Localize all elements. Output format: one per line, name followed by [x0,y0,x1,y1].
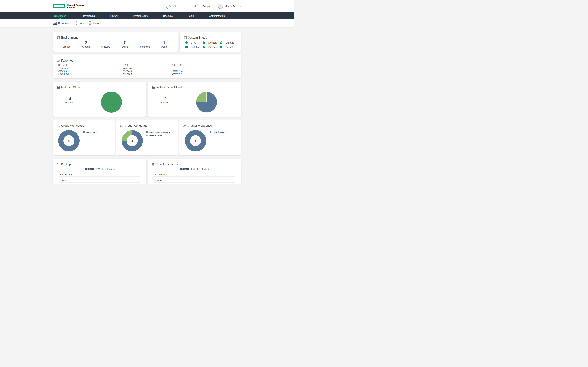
status-label: Memory [208,41,217,44]
group-workloads-donut-chart [58,130,79,151]
dashboard-content: Environment 2Groups2Clouds2Clusters0Apps… [0,27,294,184]
range-1-month[interactable]: 1 Month [200,168,212,170]
env-stat-label: Users [154,45,174,48]
status-item-memory: Memory [203,41,220,44]
status-label: Storage [226,41,234,44]
group-workloads-card-title: Group Workloads [57,124,111,127]
legend-label: HPE Demo [86,131,98,134]
favorites-row: alpinevm01HPE VM [58,67,236,70]
nav-item-tools[interactable]: Tools [188,12,194,19]
cloud-icon [120,125,123,127]
check-circle-icon [185,42,188,44]
subnav-item-activity[interactable]: Activity [89,21,101,25]
metric-row-failed: Failed0 [154,179,235,183]
nav-item-library[interactable]: Library [110,12,118,19]
range-1-day[interactable]: 1 Day [181,168,189,170]
instance-status-card-title: Instance Status [57,85,142,89]
dashboard-icon [53,21,57,25]
subnav-item-label: Dashboard [58,22,70,25]
nav-item-infrastructure[interactable]: Infrastructure [133,12,148,19]
subnav-item-label: Wiki [79,22,84,25]
env-stat-value: 0 [115,40,135,45]
hpe-logo-icon [53,4,65,8]
list-icon [57,86,60,89]
gear-check-icon [152,163,155,166]
env-stat-clusters: 2Clusters [96,40,115,48]
status-label: Database [191,46,201,48]
env-stat-users: 1Users [154,40,174,48]
legend-item: HPE Demo [146,134,170,137]
cluster-workloads-legend: hpecluster02 [210,131,227,134]
range-1-month[interactable]: 1 Month [105,168,117,170]
favorites-col-instance: INSTANCE [58,63,123,67]
favorite-instance-link[interactable]: vmdemo05 [58,72,69,75]
list-icon [184,36,187,39]
favorites-row: vmdemo05VMware10.0.0.67 [58,72,236,75]
search-icon[interactable] [193,5,197,8]
environment-card: Environment 2Groups2Clouds2Clusters0Apps… [53,32,178,52]
backups-card-title: Backups [57,163,142,166]
favorite-instance-link[interactable]: vmdemo01 [58,70,69,72]
favorites-row: vmdemo01VMware10.0.0.160 [58,70,236,72]
topbar: Hewlett Packard Enterprise Support [0,0,294,12]
metric-label: Successful [60,173,72,176]
nav-item-operations[interactable]: Operations [54,12,66,19]
metric-label: Failed [60,179,67,182]
metric-label: Successful [155,173,167,176]
status-item-database: Database [185,46,203,48]
nav-item-provisioning[interactable]: Provisioning [82,12,95,19]
metric-row-successful: Successful0 [59,173,140,177]
favorite-instance-link[interactable]: alpinevm01 [58,67,70,70]
env-stat-label: Clouds [76,45,96,48]
favorites-col-address: ADDRESS [172,63,236,67]
task-executions-card-title: Task Executions [152,163,237,166]
support-menu[interactable]: Support [203,5,214,8]
star-icon [57,59,60,62]
cluster-workloads-card: Cluster Workloads 1 hpecluster02 [180,120,241,155]
env-stat-label: Apps [115,45,135,48]
check-circle-icon [203,46,205,48]
instances-by-cloud-pie-chart [196,92,217,113]
environment-card-title: Environment [57,36,174,39]
favorite-type: HPE VM [123,67,172,70]
nav-item-administration[interactable]: Administration [209,12,225,19]
env-stat-value: 2 [57,40,76,45]
subnav-item-dashboard[interactable]: Dashboard [53,21,70,25]
brand-name-line1: Hewlett Packard [67,4,85,6]
legend-item: HPE VME VMware [146,131,170,134]
brand-text: Hewlett Packard Enterprise [67,4,85,9]
status-item-storage: Storage [220,41,237,44]
list-icon [57,36,60,39]
favorite-address [172,67,236,70]
favorites-table: INSTANCETYPEADDRESS alpinevm01HPE VMvmde… [58,63,236,75]
nav-item-backups[interactable]: Backups [163,12,173,19]
status-item-search: Search [220,46,237,48]
subnav-item-wiki[interactable]: WWiki [75,21,84,25]
map-pin-icon [57,124,60,127]
favorites-card-title: Favorites [57,59,237,62]
user-menu[interactable]: Martez Reed [218,4,241,9]
range-1-week[interactable]: 1 Week [189,168,200,170]
legend-swatch [83,131,85,133]
cluster-workloads-card-title: Cluster Workloads [183,124,237,127]
svg-text:W: W [76,22,78,24]
favorites-card: Favorites INSTANCETYPEADDRESS alpinevm01… [53,55,241,78]
metric-value: 0 [232,179,233,182]
support-caret-icon [212,6,214,7]
main-nav: OperationsProvisioningLibraryInfrastruct… [0,12,294,19]
range-1-week[interactable]: 1 Week [94,168,105,170]
brand-name-line2: Enterprise [67,6,85,9]
legend-swatch [210,131,211,133]
env-stat-value: 1 [154,40,174,45]
instance-count: 4 Instances [57,97,83,104]
user-name: Martez Reed [225,5,238,8]
cloud-workloads-donut-chart [121,130,143,151]
range-1-day[interactable]: 1 Day [85,168,94,170]
favorite-type: VMware [123,70,172,72]
instance-status-card: Instance Status 4 Instances [53,82,146,117]
sub-nav: DashboardWWikiActivity [0,19,294,27]
cloud-workloads-card-title: Cloud Workloads [120,124,174,127]
cloud-workloads-legend: HPE VME VMwareHPE Demo [146,131,170,137]
support-label: Support [203,5,211,8]
legend-item: HPE Demo [83,131,98,134]
